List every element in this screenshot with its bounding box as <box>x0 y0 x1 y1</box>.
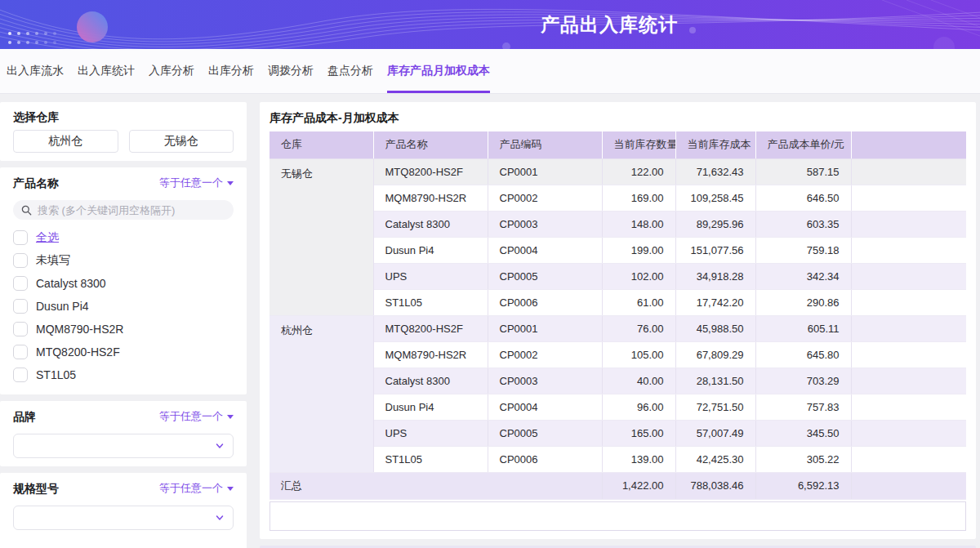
table-cell: 42,425.30 <box>675 446 755 472</box>
tab-bar: 出入库流水出入库统计入库分析出库分析调拨分析盘点分析库存产品月加权成本 <box>0 49 980 94</box>
table-cell: 40.00 <box>602 368 675 394</box>
table-cell: UPS <box>373 420 488 446</box>
table-row[interactable]: UPSCP0005165.0057,007.49345.50 <box>270 420 966 446</box>
table-cell: 105.00 <box>602 341 675 368</box>
cost-table-card: 库存产品成本-月加权成本 仓库产品名称产品编码当前库存数量当前库存成本产品成本单… <box>260 102 976 539</box>
table-row[interactable]: UPSCP0005102.0034,918.28342.34 <box>270 263 966 289</box>
table-row[interactable]: ST1L05CP000661.0017,742.20290.86 <box>270 289 966 315</box>
table-row[interactable]: MQM8790-HS2RCP0002169.00109,258.45646.50 <box>270 185 966 211</box>
table-cell-filler <box>851 446 966 472</box>
brand-select[interactable] <box>13 434 234 458</box>
table-cell: 605.11 <box>755 315 851 341</box>
column-header: 当前库存成本 <box>675 131 755 158</box>
table-cell: 71,632.43 <box>675 158 755 185</box>
brand-operator-dropdown[interactable]: 等于任意一个 <box>159 409 234 424</box>
table-cell: 102.00 <box>602 263 675 289</box>
page-title: 产品出入库统计 <box>541 12 678 38</box>
warehouse-button-wuxi[interactable]: 无锡仓 <box>129 130 234 153</box>
header-decoration <box>0 0 980 49</box>
table-cell: 646.50 <box>755 185 851 211</box>
table-row[interactable]: Catalyst 8300CP0003148.0089,295.96603.35 <box>270 211 966 237</box>
table-cell-filler <box>851 289 966 315</box>
product-option[interactable]: Dusun Pi4 <box>13 295 234 318</box>
product-option[interactable]: MQM8790-HS2R <box>13 318 234 341</box>
product-option[interactable]: 全选 <box>13 226 234 249</box>
tab-4[interactable]: 出库分析 <box>208 49 254 93</box>
checkbox-icon[interactable] <box>13 322 28 336</box>
table-cell: 290.86 <box>755 289 851 315</box>
warehouse-cell: 无锡仓 <box>270 158 373 315</box>
checkbox-icon[interactable] <box>13 276 28 291</box>
cost-table: 仓库产品名称产品编码当前库存数量当前库存成本产品成本单价/元 无锡仓MTQ820… <box>270 131 966 500</box>
product-search-input[interactable] <box>38 204 225 216</box>
table-cell: CP0004 <box>488 394 602 420</box>
filter-sidebar: 选择仓库 杭州仓 无锡仓 产品名称 等于任意一个 <box>0 102 247 548</box>
table-cell: MQM8790-HS2R <box>373 341 488 368</box>
table-row[interactable]: 杭州仓MTQ8200-HS2FCP000176.0045,988.50605.1… <box>270 315 966 341</box>
column-header: 产品编码 <box>488 131 602 158</box>
product-operator-dropdown[interactable]: 等于任意一个 <box>159 176 234 190</box>
product-option[interactable]: ST1L05 <box>13 363 234 386</box>
tab-3[interactable]: 入库分析 <box>149 49 194 93</box>
tab-7[interactable]: 库存产品月加权成本 <box>387 49 490 93</box>
table-row[interactable]: Dusun Pi4CP0004199.00151,077.56759.18 <box>270 237 966 263</box>
tab-6[interactable]: 盘点分析 <box>327 49 373 93</box>
tab-5[interactable]: 调拨分析 <box>268 49 314 93</box>
table-cell: 122.00 <box>602 158 675 185</box>
spec-select[interactable] <box>13 506 234 530</box>
tab-1[interactable]: 出入库流水 <box>7 49 64 93</box>
table-cell: CP0001 <box>488 315 602 341</box>
table-cell: 757.83 <box>755 394 851 420</box>
brand-filter-title: 品牌 <box>13 410 36 423</box>
warehouse-cell: 杭州仓 <box>270 315 373 472</box>
product-option-label: Catalyst 8300 <box>36 277 106 290</box>
product-filter-card: 产品名称 等于任意一个 全选未填写Catalyst 8300Dusun Pi4M… <box>0 167 247 394</box>
table-cell: 165.00 <box>602 420 675 446</box>
table-cell: 57,007.49 <box>675 420 755 446</box>
product-option-label: MTQ8200-HS2F <box>36 345 120 359</box>
product-option-label: MQM8790-HS2R <box>36 323 123 336</box>
table-cell: 305.22 <box>755 446 851 472</box>
checkbox-icon[interactable] <box>13 368 28 382</box>
table-cell: 703.29 <box>755 368 851 394</box>
table-cell: Dusun Pi4 <box>373 394 488 420</box>
checkbox-icon[interactable] <box>13 230 28 245</box>
table-cell: 169.00 <box>602 185 675 211</box>
table-cell: Catalyst 8300 <box>373 211 488 237</box>
checkbox-icon[interactable] <box>13 345 28 359</box>
table-cell: 72,751.50 <box>675 394 755 420</box>
table-row[interactable]: Dusun Pi4CP000496.0072,751.50757.83 <box>270 394 966 420</box>
table-cell: UPS <box>373 263 488 289</box>
checkbox-icon[interactable] <box>13 299 28 314</box>
product-option-label: 未填写 <box>36 253 70 268</box>
spec-operator-dropdown[interactable]: 等于任意一个 <box>159 481 234 496</box>
table-row[interactable]: ST1L05CP0006139.0042,425.30305.22 <box>270 446 966 472</box>
table-cell: CP0005 <box>488 263 602 289</box>
summary-label: 汇总 <box>270 472 602 499</box>
table-cell: Catalyst 8300 <box>373 368 488 394</box>
summary-value: 788,038.46 <box>675 472 755 499</box>
table-cell: 148.00 <box>602 211 675 237</box>
table-cell: 587.15 <box>755 158 851 185</box>
table-cell: 139.00 <box>602 446 675 472</box>
table-row[interactable]: 无锡仓MTQ8200-HS2FCP0001122.0071,632.43587.… <box>270 158 966 185</box>
product-option-label: ST1L05 <box>36 368 76 381</box>
table-row[interactable]: Catalyst 8300CP000340.0028,131.50703.29 <box>270 368 966 394</box>
product-option[interactable]: Catalyst 8300 <box>13 272 234 295</box>
table-cell: 17,742.20 <box>675 289 755 315</box>
checkbox-icon[interactable] <box>13 253 28 268</box>
table-cell: Dusun Pi4 <box>373 237 488 263</box>
gradient-circle-decoration <box>77 11 108 42</box>
table-row[interactable]: MQM8790-HS2RCP0002105.0067,809.29645.80 <box>270 341 966 368</box>
table-cell: 45,988.50 <box>675 315 755 341</box>
tab-2[interactable]: 出入库统计 <box>78 49 135 93</box>
table-cell: 151,077.56 <box>675 237 755 263</box>
product-option[interactable]: MTQ8200-HS2F <box>13 341 234 363</box>
table-cell: 199.00 <box>602 237 675 263</box>
table-cell: MTQ8200-HS2F <box>373 315 488 341</box>
table-cell-filler <box>851 237 966 263</box>
product-option[interactable]: 未填写 <box>13 249 234 272</box>
column-header: 产品成本单价/元 <box>755 131 851 158</box>
spec-filter-title: 规格型号 <box>13 482 59 495</box>
warehouse-button-hangzhou[interactable]: 杭州仓 <box>13 130 118 153</box>
